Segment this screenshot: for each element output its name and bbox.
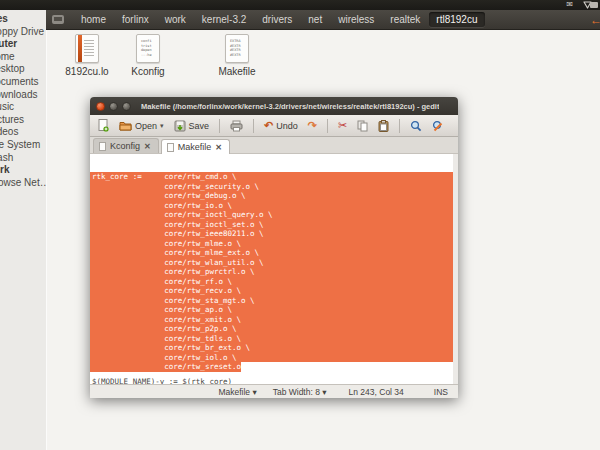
sidebar-item-trash[interactable]: Trash <box>0 152 46 165</box>
open-dropdown-icon[interactable]: ▾ <box>160 122 164 130</box>
find-button[interactable] <box>407 119 425 133</box>
breadcrumb: home forlinx work kernel-3.2 drivers net… <box>46 10 600 30</box>
file-label: Kconfig <box>116 66 180 77</box>
tab-makefile[interactable]: Makefile ✕ <box>161 139 230 154</box>
gedit-tabbar: Kconfig ✕ Makefile ✕ <box>90 137 458 154</box>
insert-mode-badge: INS <box>434 387 448 397</box>
clipped-indicator-icon[interactable] <box>590 2 598 8</box>
lo-stripe <box>78 35 82 62</box>
undo-label: Undo <box>276 121 298 131</box>
save-button[interactable]: Save <box>171 119 213 133</box>
sidebar-item-floppy[interactable]: Floppy Drive <box>0 26 46 39</box>
breadcrumb-drivers[interactable]: drivers <box>255 12 299 27</box>
sidebar-item-videos[interactable]: Videos <box>0 126 46 139</box>
maximize-button[interactable] <box>122 102 131 111</box>
back-arrow-icon[interactable]: ← <box>590 13 600 27</box>
undo-button[interactable]: ↶ Undo <box>261 119 301 132</box>
undo-icon: ↶ <box>264 120 273 131</box>
cut-icon: ✂ <box>338 120 347 131</box>
text-document-icon: confi trist depen ---he <box>136 34 160 63</box>
print-button[interactable] <box>227 119 246 133</box>
sidebar-item-music[interactable]: Music <box>0 101 46 114</box>
open-button[interactable]: Open ▾ <box>116 119 167 132</box>
document-icon <box>167 143 174 152</box>
file-8192cu-lo[interactable]: 8192cu.lo <box>55 34 119 77</box>
doc-preview-text: EXTRA #EXTR #EXTR #EXTR <box>230 39 241 57</box>
text-selection: rtk_core := core/rtw_cmd.o \ core/rtw_se… <box>90 172 453 372</box>
sidebar-section-devices: Devices <box>0 13 46 26</box>
selected-text: rtk_core := core/rtw_cmd.o \ core/rtw_se… <box>90 172 453 372</box>
breadcrumb-net[interactable]: net <box>301 12 329 27</box>
editor-textarea[interactable]: rtk_core := core/rtw_cmd.o \ core/rtw_se… <box>90 154 458 384</box>
file-label: 8192cu.lo <box>55 66 119 77</box>
filemanager-sidebar: Devices Floppy Drive Computer Home Deskt… <box>0 10 46 450</box>
doc-lines <box>84 40 94 58</box>
editor-scrollbar[interactable] <box>453 154 458 384</box>
copy-button[interactable] <box>354 119 371 133</box>
breadcrumb-realtek[interactable]: realtek <box>383 12 427 27</box>
sidebar-item-filesystem[interactable]: File System <box>0 139 46 152</box>
sidebar-item-desktop[interactable]: Desktop <box>0 63 46 76</box>
paste-button[interactable] <box>375 119 392 133</box>
document-icon <box>99 142 106 151</box>
minimize-button[interactable] <box>109 102 118 111</box>
gedit-titlebar[interactable]: Makefile (/home/forlinx/work/kernel-3.2/… <box>90 97 458 115</box>
toolbar-separator <box>327 119 328 133</box>
file-label: Makefile <box>205 66 269 77</box>
replace-button[interactable] <box>429 119 447 133</box>
sidebar-item-documents[interactable]: Documents <box>0 76 46 89</box>
toolbar-separator <box>399 119 400 133</box>
file-kconfig[interactable]: confi trist depen ---he Kconfig <box>116 34 180 77</box>
tab-label: Kconfig <box>110 141 140 151</box>
top-panel: ✉ <box>0 0 600 10</box>
computer-icon <box>52 15 64 24</box>
sidebar-section-computer: Computer <box>0 38 46 51</box>
toolbar-separator <box>253 119 254 133</box>
tab-label: Makefile <box>178 142 212 152</box>
file-makefile[interactable]: EXTRA #EXTR #EXTR #EXTR Makefile <box>205 34 269 77</box>
open-label: Open <box>135 121 157 131</box>
gedit-window: Makefile (/home/forlinx/work/kernel-3.2/… <box>90 97 458 398</box>
language-selector[interactable]: Makefile ▾ <box>218 387 256 397</box>
tab-kconfig[interactable]: Kconfig ✕ <box>93 138 159 153</box>
breadcrumb-forlinx[interactable]: forlinx <box>115 12 156 27</box>
redo-icon: ↷ <box>308 120 317 131</box>
sidebar-item-pictures[interactable]: Pictures <box>0 114 46 127</box>
doc-preview-text: confi trist depen ---he <box>141 39 152 57</box>
tab-close-icon[interactable]: ✕ <box>215 143 222 152</box>
breadcrumb-wireless[interactable]: wireless <box>331 12 381 27</box>
close-button[interactable] <box>96 102 105 111</box>
toolbar-separator <box>219 119 220 133</box>
breadcrumb-work[interactable]: work <box>158 12 193 27</box>
mail-indicator-icon[interactable]: ✉ <box>566 0 573 10</box>
save-label: Save <box>189 121 210 131</box>
breadcrumb-rtl8192cu[interactable]: rtl8192cu <box>429 12 484 27</box>
tab-width-selector[interactable]: Tab Width: 8 ▾ <box>273 387 327 397</box>
gedit-statusbar: Makefile ▾ Tab Width: 8 ▾ Ln 243, Col 34… <box>90 384 458 398</box>
cursor-position: Ln 243, Col 34 <box>349 387 404 397</box>
clipped-text-line: $(MODULE_NAME)-y := $(rtk_core) <box>92 377 232 384</box>
sidebar-list: Devices Floppy Drive Computer Home Deskt… <box>0 13 46 189</box>
gedit-toolbar: Open ▾ Save ↶ Undo ↷ ✂ <box>90 115 458 137</box>
sidebar-item-home[interactable]: Home <box>0 51 46 64</box>
sidebar-item-downloads[interactable]: Downloads <box>0 89 46 102</box>
document-icon <box>75 34 99 63</box>
sidebar-section-network: Network <box>0 164 46 177</box>
tab-close-icon[interactable]: ✕ <box>144 142 151 151</box>
indicator-area: ✉ <box>566 0 592 10</box>
sidebar-item-browse-network[interactable]: Browse Net… <box>0 177 46 190</box>
breadcrumb-kernel[interactable]: kernel-3.2 <box>195 12 253 27</box>
new-document-button[interactable] <box>95 118 112 133</box>
cut-button[interactable]: ✂ <box>335 119 350 132</box>
breadcrumb-home[interactable]: home <box>74 12 113 27</box>
redo-button[interactable]: ↷ <box>305 119 320 132</box>
window-title: Makefile (/home/forlinx/work/kernel-3.2/… <box>141 102 439 111</box>
text-document-icon: EXTRA #EXTR #EXTR #EXTR <box>225 34 249 63</box>
